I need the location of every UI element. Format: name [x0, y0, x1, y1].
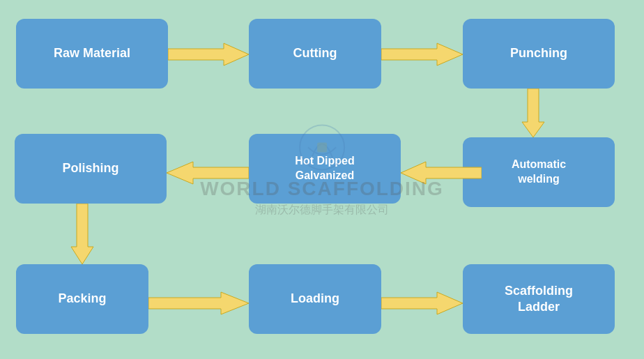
arrow-raw-to-cutting	[168, 40, 249, 71]
node-cutting: Cutting	[249, 19, 381, 89]
node-scaffolding: Scaffolding Ladder	[463, 264, 615, 334]
svg-marker-2	[522, 89, 544, 137]
arrow-hotdipped-to-polishing	[167, 159, 249, 190]
arrow-loading-to-scaffolding	[381, 289, 463, 320]
arrow-polishing-to-packing	[68, 204, 96, 267]
arrow-cutting-to-punching	[381, 40, 463, 71]
arrow-autowelding-to-hotdipped	[401, 159, 482, 190]
node-polishing: Polishing	[15, 134, 167, 204]
svg-marker-5	[71, 204, 93, 264]
node-loading: Loading	[249, 264, 381, 334]
node-packing: Packing	[16, 264, 148, 334]
arrow-packing-to-loading	[148, 289, 249, 320]
svg-marker-0	[168, 43, 249, 66]
svg-marker-1	[381, 43, 463, 66]
node-punching: Punching	[463, 19, 615, 89]
svg-marker-3	[401, 162, 482, 184]
flowchart-diagram: Raw Material Cutting Punching Polishing …	[0, 0, 644, 359]
svg-marker-4	[167, 162, 249, 184]
svg-marker-7	[381, 292, 463, 314]
node-auto-welding: Automatic welding	[463, 137, 615, 207]
node-raw-material: Raw Material	[16, 19, 168, 89]
svg-marker-6	[148, 292, 249, 314]
node-hot-dipped: Hot Dipped Galvanized	[249, 134, 401, 204]
arrow-punching-to-autowelding	[519, 89, 547, 140]
